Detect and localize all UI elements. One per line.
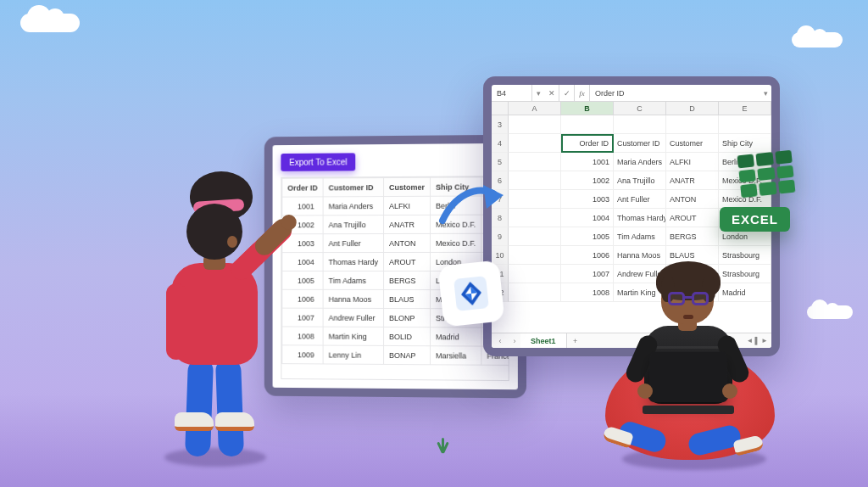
data-grid-col-header[interactable]: Customer — [384, 177, 431, 196]
sheet-row: 71003Ant FullerANTONMexico D.F. — [492, 190, 771, 209]
table-cell: Marsiella — [431, 346, 481, 365]
cell[interactable]: ALFKI — [666, 153, 719, 171]
cell[interactable] — [509, 283, 561, 302]
table-cell: Thomas Hardy — [323, 253, 383, 271]
cell[interactable]: Order ID — [561, 134, 614, 153]
cell[interactable]: 1001 — [561, 153, 614, 171]
table-cell: Hanna Moos — [323, 289, 383, 308]
name-box[interactable]: B4 — [492, 85, 532, 101]
sheet-row: 61002Ana TrujilloANATRMexico D.F. — [492, 171, 771, 190]
cell[interactable] — [509, 115, 561, 134]
sheet-nav-prev-icon[interactable]: ‹ — [492, 337, 509, 345]
column-header[interactable]: D — [666, 102, 719, 115]
formula-expand-icon[interactable]: ▾ — [760, 89, 771, 98]
cell[interactable] — [509, 227, 561, 246]
table-cell: BERGS — [384, 271, 431, 289]
cell[interactable] — [509, 134, 561, 153]
formula-bar: B4 ▾ ✕ ✓ fx Order ID ▾ — [492, 85, 771, 102]
table-cell: Tim Adams — [323, 271, 383, 289]
name-box-dropdown-icon[interactable]: ▾ — [532, 89, 544, 98]
cell[interactable] — [509, 265, 561, 283]
table-cell: BLONP — [384, 308, 431, 327]
table-cell: BLAUS — [384, 289, 431, 308]
formula-input[interactable]: Order ID — [590, 89, 760, 98]
column-header[interactable]: A — [509, 102, 561, 115]
table-row[interactable]: 1009Lenny LinBONAPMarsiellaFrance — [282, 345, 509, 366]
table-cell: ALFKI — [384, 196, 431, 215]
row-header[interactable]: 3 — [492, 115, 509, 134]
select-all-corner[interactable] — [492, 102, 509, 115]
sheet-nav-next-icon[interactable]: › — [509, 337, 520, 345]
table-cell: ANATR — [384, 215, 431, 233]
cell[interactable]: Maria Anders — [614, 153, 666, 171]
table-cell: ANTON — [384, 233, 431, 252]
illustration-person-laptop — [588, 244, 792, 465]
cell[interactable]: Thomas Hardy — [614, 209, 666, 227]
cell[interactable]: AROUT — [666, 209, 719, 227]
row-header[interactable]: 5 — [492, 153, 509, 171]
cell[interactable]: 1002 — [561, 171, 614, 190]
winui-logo-badge — [437, 260, 504, 327]
fx-icon[interactable]: fx — [575, 85, 590, 101]
row-header[interactable]: 10 — [492, 246, 509, 265]
table-cell: Ant Fuller — [323, 234, 383, 253]
cell[interactable]: 1005 — [561, 227, 614, 246]
cell[interactable] — [509, 246, 561, 265]
table-cell: Maria Anders — [323, 197, 383, 216]
cell[interactable] — [719, 115, 771, 134]
table-cell: Martin King — [323, 327, 383, 345]
cell[interactable]: ANATR — [666, 171, 719, 190]
cloud-decoration — [20, 14, 80, 32]
cell[interactable] — [666, 115, 719, 134]
cell[interactable] — [509, 209, 561, 227]
cell[interactable]: ANTON — [666, 190, 719, 209]
column-header[interactable]: E — [719, 102, 771, 115]
cell[interactable]: Tim Adams — [614, 227, 666, 246]
cell[interactable]: Customer ID — [614, 134, 666, 153]
cell[interactable]: Customer — [666, 134, 719, 153]
row-header[interactable]: 4 — [492, 134, 509, 153]
cell[interactable] — [509, 153, 561, 171]
cell[interactable]: 1004 — [561, 209, 614, 227]
cell[interactable]: Ant Fuller — [614, 190, 666, 209]
cell[interactable]: Ana Trujillo — [614, 171, 666, 190]
table-cell: Ana Trujillo — [323, 216, 383, 234]
column-header[interactable]: B — [561, 102, 614, 115]
sheet-row: 3 — [492, 115, 771, 134]
cancel-formula-icon[interactable]: ✕ — [544, 85, 559, 101]
table-cell: BOLID — [384, 327, 431, 345]
plant-decoration — [431, 433, 456, 453]
add-sheet-icon[interactable]: + — [567, 337, 584, 345]
cell[interactable]: 1003 — [561, 190, 614, 209]
table-row[interactable]: 1008Martin KingBOLIDMadridSpain — [282, 327, 509, 346]
enter-formula-icon[interactable]: ✓ — [559, 85, 575, 101]
data-grid-col-header[interactable]: Customer ID — [323, 178, 383, 197]
cell[interactable]: BERGS — [666, 227, 719, 246]
cloud-decoration — [792, 32, 843, 48]
winui-logo-icon — [451, 273, 492, 314]
cloud-decoration — [807, 305, 853, 319]
illustration-person-pointing — [144, 139, 305, 462]
sheet-row: 51001Maria AndersALFKIBerlin — [492, 153, 771, 171]
sheet-row: 4Order IDCustomer IDCustomerShip City — [492, 134, 771, 153]
sheet-tab[interactable]: Sheet1 — [520, 333, 567, 348]
column-header-row: ABCDE — [492, 102, 771, 115]
cell[interactable] — [509, 171, 561, 190]
column-header[interactable]: C — [614, 102, 666, 115]
cell[interactable]: Ship City — [719, 134, 771, 153]
cell[interactable] — [561, 115, 614, 134]
table-cell: BONAP — [384, 345, 431, 364]
excel-spreadsheet-icon — [737, 150, 796, 198]
cell[interactable] — [614, 115, 666, 134]
arrow-icon — [437, 178, 514, 238]
table-cell: Andrew Fuller — [323, 308, 383, 327]
table-cell: AROUT — [384, 252, 431, 271]
table-cell: Lenny Lin — [323, 345, 383, 364]
table-cell: Madrid — [431, 327, 481, 346]
cell[interactable] — [509, 190, 561, 209]
excel-label-badge: EXCEL — [720, 207, 790, 232]
